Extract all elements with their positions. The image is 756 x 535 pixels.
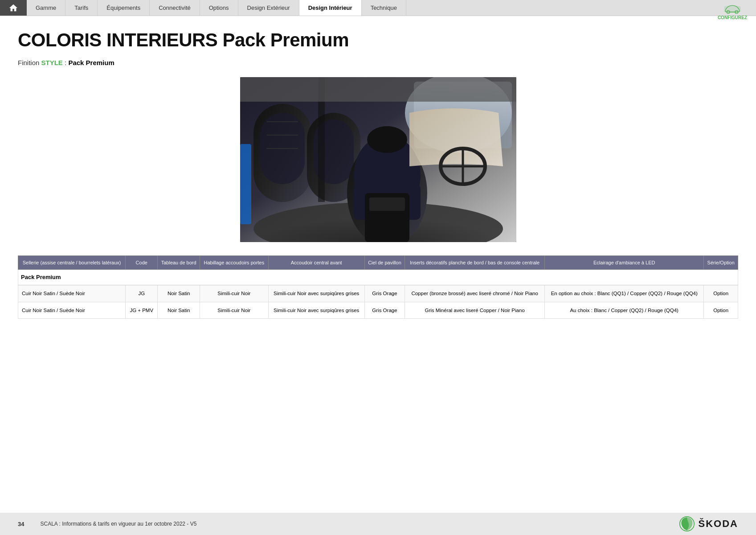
nav-gamme[interactable]: Gamme [27,0,65,16]
col-header-sellerie: Sellerie (assise centrale / bourrelets l… [18,256,126,270]
configurez-button[interactable]: CONFIGUREZ [718,2,747,20]
page-subtitle: Finition STYLE : Pack Premium [18,59,738,66]
table-row: Cuir Noir Satin / Suède Noir JG Noir Sat… [18,285,738,302]
footer-left: 34 SCALA : Informations & tarifs en vigu… [18,521,196,527]
nav-equipements[interactable]: Équipements [98,0,150,16]
row2-serie-option: Option [704,302,738,318]
row1-habillage: Simili-cuir Noir [200,285,269,302]
main-content: COLORIS INTERIEURS Pack Premium Finition… [0,16,756,337]
footer-text: SCALA : Informations & tarifs en vigueur… [40,521,196,527]
car-configurez-icon [723,2,741,15]
subtitle-separator: : [63,59,69,66]
subtitle-prefix: Finition [18,59,41,66]
footer-page-number: 34 [18,521,24,527]
col-header-eclairage: Eclairage d'ambiance à LED [545,256,704,270]
row2-accoudoir: Simili-cuir Noir avec surpiqûres grises [268,302,364,318]
svg-rect-0 [724,6,740,12]
row1-code: JG [126,285,158,302]
row1-ciel: Gris Orage [364,285,405,302]
row2-habillage: Simili-cuir Noir [200,302,269,318]
home-button[interactable] [0,0,27,16]
car-interior-svg [240,77,516,242]
row2-sellerie: Cuir Noir Satin / Suède Noir [18,302,126,318]
row2-inserts: Gris Minéral avec liseré Copper / Noir P… [405,302,545,318]
subtitle-style: STYLE [41,59,63,66]
nav-technique[interactable]: Technique [362,0,406,16]
row1-tableau: Noir Satin [158,285,200,302]
col-header-serie-option: Série/Option [704,256,738,270]
row2-tableau: Noir Satin [158,302,200,318]
col-header-inserts: Inserts décoratifs planche de bord / bas… [405,256,545,270]
col-header-code: Code [126,256,158,270]
row2-code: JG + PMV [126,302,158,318]
skoda-logo: ŠKODA [679,516,738,532]
section-header-pack-premium: Pack Premium [18,270,738,285]
col-header-accoudoir: Accoudoir central avant [268,256,364,270]
svg-rect-22 [369,198,405,211]
row1-sellerie: Cuir Noir Satin / Suède Noir [18,285,126,302]
row1-eclairage: En option au choix : Blanc (QQ1) / Coppe… [545,285,704,302]
subtitle-pack: Pack Premium [68,59,114,66]
nav-options[interactable]: Options [200,0,238,16]
svg-point-17 [367,126,407,153]
svg-rect-25 [240,77,516,102]
configurez-label: CONFIGUREZ [718,15,747,20]
car-interior-image [240,77,516,242]
specs-table: Sellerie (assise centrale / bourrelets l… [18,255,738,319]
nav-design-exterieur[interactable]: Design Extérieur [238,0,299,16]
home-icon [8,3,18,13]
row1-serie-option: Option [704,285,738,302]
nav-connectivite[interactable]: Connectivité [150,0,200,16]
svg-rect-23 [240,144,251,224]
col-header-tableau: Tableau de bord [158,256,200,270]
nav-design-interieur[interactable]: Design Intérieur [299,0,362,16]
skoda-logo-icon [679,516,695,532]
footer: 34 SCALA : Informations & tarifs en vigu… [0,513,756,535]
row2-ciel: Gris Orage [364,302,405,318]
page-title: COLORIS INTERIEURS Pack Premium [18,29,738,51]
row1-inserts: Copper (bronze brossé) avec liseré chrom… [405,285,545,302]
col-header-habillage: Habillage accoudoirs portes [200,256,269,270]
navigation-bar: Gamme Tarifs Équipements Connectivité Op… [0,0,756,16]
skoda-brand-name: ŠKODA [699,518,738,530]
row2-eclairage: Au choix : Blanc / Copper (QQ2) / Rouge … [545,302,704,318]
nav-tarifs[interactable]: Tarifs [65,0,98,16]
row1-accoudoir: Simili-cuir Noir avec surpiqûres grises [268,285,364,302]
table-row: Cuir Noir Satin / Suède Noir JG + PMV No… [18,302,738,318]
car-image-container [18,77,738,242]
col-header-ciel: Ciel de pavillon [364,256,405,270]
